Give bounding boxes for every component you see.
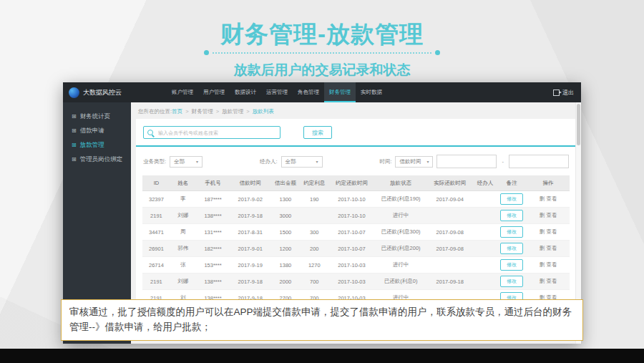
date-from-input[interactable] [436,155,497,168]
cell-operation: 删 查看 [527,208,570,224]
breadcrumb-separator: > [245,108,251,115]
cell-handler [474,208,497,224]
top-nav-item[interactable]: 财务管理 [324,82,356,102]
operation-links[interactable]: 删 查看 [540,278,557,284]
breadcrumb: 您所在的位置:首页 > 财务管理 > 放款管理 > 放款列表 [131,102,581,119]
breadcrumb-link[interactable]: 放款列表 [253,108,274,115]
remark-edit-button[interactable]: 修改 [500,226,523,238]
remark-edit-button[interactable]: 修改 [500,276,523,287]
brand-logo-icon [69,87,79,98]
filter-time-select[interactable]: 借款时间 ▾ [395,156,433,168]
cell-status: 已还款(利息190) [375,191,426,208]
top-nav-item[interactable]: 角色管理 [293,82,324,102]
date-to-input[interactable] [509,155,569,168]
menu-grid-icon: ⊞ [72,128,77,134]
table-row: 26901郭伟182****2017-9-0112002002017-10-07… [142,241,570,257]
cell-loan-date: 2017-9-18 [230,208,270,224]
top-nav-item[interactable]: 数据设计 [230,82,261,102]
search-icon [147,130,153,135]
cell-remark: 修改 [497,257,527,274]
operation-links[interactable]: 删 查看 [540,212,557,218]
table-row: 34471周131****2017-8-3115003002017-10-07已… [142,224,570,241]
sidebar-item[interactable]: ⊞管理员岗位绑定 [63,153,131,167]
cell-operation: 删 查看 [527,257,570,274]
breadcrumb-link[interactable]: 首页 [172,108,182,115]
cell-amount: 1300 [270,191,301,208]
scrollbar-thumb[interactable] [577,104,580,145]
top-nav-item[interactable]: 账户管理 [167,82,198,102]
cell-remark: 修改 [497,241,527,257]
filter-business: 业务类型: 全部 ▾ [143,156,203,168]
top-bar: 大数据风控云 账户管理用户管理数据设计运营管理角色管理财务管理实时数据 退出 [63,82,581,102]
cell-loan-date: 2017-9-18 [230,274,270,290]
cell-remark: 修改 [497,274,527,290]
filter-business-select[interactable]: 全部 ▾ [170,156,203,168]
operation-links[interactable]: 删 查看 [540,228,557,235]
search-input[interactable] [157,130,276,136]
breadcrumb-separator: > [215,108,221,115]
cell-phone: 138**** [196,208,230,224]
top-nav-item[interactable]: 用户管理 [198,82,230,102]
remark-edit-button[interactable]: 修改 [500,259,523,271]
breadcrumb-link[interactable]: 财务管理 [192,108,213,115]
cell-phone: 138**** [196,274,230,290]
remark-edit-button[interactable]: 修改 [500,243,523,254]
breadcrumb-link[interactable]: 放款管理 [222,108,243,115]
cell-status: 进行中 [375,257,426,274]
cell-remark: 修改 [497,208,527,224]
cell-interest [301,208,328,224]
filter-bar: 业务类型: 全部 ▾ 经办人: 全部 ▾ [136,147,576,175]
search-box[interactable] [143,126,280,139]
logout-button[interactable]: 退出 [553,89,581,97]
sidebar-item[interactable]: ⊞财务统计页 [63,110,131,124]
table-row: 2191刘娜138****2017-9-1820007002017-10-03已… [142,274,570,290]
table-column-header: 手机号 [196,175,230,191]
sidebar-item[interactable]: ⊞借款申请 [63,124,131,138]
cell-repaid-date: 2017-09-04 [426,191,474,208]
cell-id: 2191 [142,208,170,224]
sidebar-item[interactable]: ⊞放款管理 [63,138,131,153]
sidebar-item-label: 放款管理 [80,141,104,150]
cell-interest: 1270 [301,257,328,274]
cell-phone: 131**** [196,224,230,241]
cell-handler [474,191,497,208]
menu-grid-icon: ⊞ [72,157,77,163]
search-button[interactable]: 搜索 [303,126,332,139]
operation-links[interactable]: 删 查看 [540,245,557,251]
cell-loan-date: 2017-9-02 [230,191,270,208]
date-range-separator: - [502,158,504,165]
cell-status: 已还款(利息200) [375,241,426,257]
cell-due-date: 2017-10-07 [328,224,376,241]
page-subtitle: 放款后用户的交易记录和状态 [0,61,644,79]
breadcrumb-prefix: 您所在的位置: [138,108,172,115]
cell-status: 已还款(利息0) [375,274,426,290]
operation-links[interactable]: 删 查看 [540,261,557,268]
table-column-header: 姓名 [170,175,196,191]
cell-interest: 300 [301,224,328,241]
cell-name: 刘娜 [170,208,196,224]
table-column-header: 备注 [497,175,527,191]
top-nav-item[interactable]: 实时数据 [356,82,387,102]
cell-interest: 200 [301,241,328,257]
operation-links[interactable]: 删 查看 [540,195,557,202]
cell-id: 34471 [142,224,170,241]
cell-phone: 187**** [196,191,230,208]
cell-due-date: 2017-10-10 [328,191,376,208]
cell-name: 李 [170,191,196,208]
cell-repaid-date: 2017-09-08 [426,241,474,257]
cell-name: 周 [170,224,196,241]
cell-due-date: 2017-10-10 [328,208,376,224]
filter-time-value: 借款时间 [399,158,421,165]
top-nav: 账户管理用户管理数据设计运营管理角色管理财务管理实时数据 [167,82,387,102]
top-nav-item[interactable]: 运营管理 [261,82,293,102]
cell-id: 2191 [142,274,170,290]
remark-edit-button[interactable]: 修改 [500,210,523,221]
cell-phone: 153**** [196,257,230,274]
filter-handler-select[interactable]: 全部 ▾ [281,156,323,168]
remark-edit-button[interactable]: 修改 [500,193,523,205]
cell-handler [474,274,497,290]
table-header-row: ID姓名手机号借款时间借出金额约定利息约定还款时间放款状态实际还款时间经办人备注… [142,175,570,191]
cell-handler [474,241,497,257]
cell-status: 进行中 [375,208,426,224]
cell-status: 已还款(利息300) [375,224,426,241]
